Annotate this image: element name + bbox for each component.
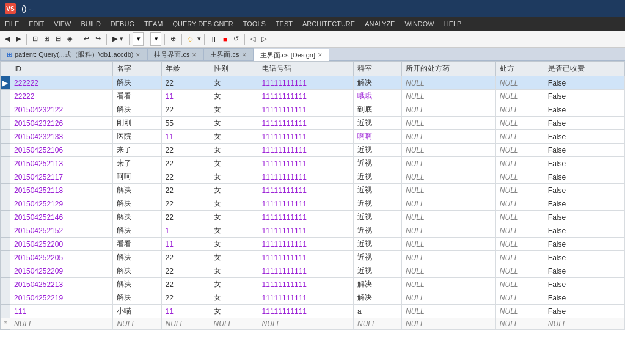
cell-gender[interactable]: 女 (210, 278, 258, 291)
restart-button[interactable]: ↺ (231, 34, 241, 44)
cell-dept[interactable]: 近视 (353, 117, 401, 130)
redo-button[interactable]: ↪ (93, 34, 103, 44)
cell-gender[interactable]: 女 (210, 170, 258, 184)
cell-age[interactable]: 22 (161, 278, 210, 291)
cell-paid[interactable]: False (544, 238, 624, 251)
cell-name[interactable]: 解决 (113, 103, 161, 117)
table-row[interactable]: 201504252213 解决 22 女 11111111111 解决 NULL… (1, 278, 625, 291)
cell-phone[interactable]: 11111111111 (258, 170, 353, 184)
cell-name[interactable]: 解决 (113, 211, 161, 224)
continue-button[interactable]: ▶ ▾ (110, 34, 126, 44)
tab-guahao-close[interactable]: ✕ (192, 52, 197, 58)
table-row[interactable]: ▶ 222222 解决 22 女 11111111111 解决 NULL NUL… (1, 76, 625, 90)
cell-pres[interactable]: NULL (495, 117, 544, 130)
cell-paid[interactable]: False (544, 278, 624, 291)
cell-rx[interactable]: NULL (402, 144, 496, 157)
cell-paid[interactable]: False (544, 76, 624, 90)
cell-pres[interactable]: NULL (495, 305, 544, 318)
new-cell-name[interactable]: NULL (113, 318, 161, 330)
cell-name[interactable]: 小喵 (113, 305, 161, 318)
cell-name[interactable]: 解决 (113, 264, 161, 278)
cell-paid[interactable]: False (544, 117, 624, 130)
cell-age[interactable]: 11 (161, 130, 210, 144)
cell-id[interactable]: 201504252146 (10, 211, 113, 224)
cell-name[interactable]: 解决 (113, 184, 161, 197)
cell-dept[interactable]: 近视 (353, 211, 401, 224)
cell-pres[interactable]: NULL (495, 90, 544, 103)
toolbar-btn-4[interactable]: ◈ (65, 34, 75, 44)
cell-pres[interactable]: NULL (495, 157, 544, 170)
table-row[interactable]: 201504252113 来了 22 女 11111111111 近视 NULL… (1, 157, 625, 170)
cell-age[interactable]: 22 (161, 170, 210, 184)
debug-dropdown[interactable]: ▾ (133, 32, 144, 46)
cell-name[interactable]: 解决 (113, 76, 161, 90)
cell-name[interactable]: 医院 (113, 130, 161, 144)
cell-phone[interactable]: 11111111111 (258, 184, 353, 197)
cell-id[interactable]: 201504252152 (10, 224, 113, 238)
cell-dept[interactable]: 近视 (353, 264, 401, 278)
toolbar-btn-1[interactable]: ⊡ (30, 34, 40, 44)
cell-rx[interactable]: NULL (402, 117, 496, 130)
cell-dept[interactable]: 解决 (353, 278, 401, 291)
cell-id[interactable]: 201504252209 (10, 264, 113, 278)
cell-id[interactable]: 22222 (10, 90, 113, 103)
toolbar-btn-2[interactable]: ⊞ (42, 34, 52, 44)
cell-dept[interactable]: 啊啊 (353, 130, 401, 144)
cell-name[interactable]: 解决 (113, 278, 161, 291)
cell-id[interactable]: 201504252118 (10, 184, 113, 197)
cell-gender[interactable]: 女 (210, 76, 258, 90)
menu-team[interactable]: TEAM (139, 17, 168, 31)
cell-dept[interactable]: 近视 (353, 197, 401, 211)
cell-phone[interactable]: 11111111111 (258, 224, 353, 238)
table-row[interactable]: 201504252129 解决 22 女 11111111111 近视 NULL… (1, 197, 625, 211)
cell-rx[interactable]: NULL (402, 130, 496, 144)
menu-file[interactable]: FILE (0, 17, 24, 31)
table-row[interactable]: 111 小喵 11 女 11111111111 a NULL NULL Fals… (1, 305, 625, 318)
cell-pres[interactable]: NULL (495, 103, 544, 117)
cell-dept[interactable]: 解决 (353, 76, 401, 90)
cell-dept[interactable]: 哦哦 (353, 90, 401, 103)
cell-gender[interactable]: 女 (210, 144, 258, 157)
cell-paid[interactable]: False (544, 103, 624, 117)
cell-gender[interactable]: 女 (210, 90, 258, 103)
cell-gender[interactable]: 女 (210, 184, 258, 197)
cell-id[interactable]: 201504252213 (10, 278, 113, 291)
cell-id[interactable]: 201504252117 (10, 170, 113, 184)
new-cell-rx[interactable]: NULL (402, 318, 496, 330)
cell-gender[interactable]: 女 (210, 251, 258, 264)
cell-paid[interactable]: False (544, 211, 624, 224)
cell-dept[interactable]: 解决 (353, 291, 401, 305)
cell-gender[interactable]: 女 (210, 130, 258, 144)
cell-paid[interactable]: False (544, 184, 624, 197)
cell-gender[interactable]: 女 (210, 238, 258, 251)
cell-gender[interactable]: 女 (210, 291, 258, 305)
cell-id[interactable]: 222222 (10, 76, 113, 90)
cell-id[interactable]: 201504252106 (10, 144, 113, 157)
table-row[interactable]: 201504232122 解决 22 女 11111111111 到底 NULL… (1, 103, 625, 117)
table-row[interactable]: 201504252117 呵呵 22 女 11111111111 近视 NULL… (1, 170, 625, 184)
menu-analyze[interactable]: ANALYZE (360, 17, 400, 31)
table-row[interactable]: 201504252106 来了 22 女 11111111111 近视 NULL… (1, 144, 625, 157)
cell-rx[interactable]: NULL (402, 170, 496, 184)
cell-rx[interactable]: NULL (402, 264, 496, 278)
cell-pres[interactable]: NULL (495, 291, 544, 305)
cell-age[interactable]: 22 (161, 103, 210, 117)
table-row[interactable]: 201504252152 解决 1 女 11111111111 近视 NULL … (1, 224, 625, 238)
cell-phone[interactable]: 11111111111 (258, 157, 353, 170)
cell-age[interactable]: 22 (161, 197, 210, 211)
cell-paid[interactable]: False (544, 197, 624, 211)
nav-forward-button[interactable]: ▷ (259, 34, 269, 44)
cell-age[interactable]: 22 (161, 157, 210, 170)
cell-rx[interactable]: NULL (402, 291, 496, 305)
cell-gender[interactable]: 女 (210, 197, 258, 211)
cell-paid[interactable]: False (544, 251, 624, 264)
cell-pres[interactable]: NULL (495, 144, 544, 157)
cell-rx[interactable]: NULL (402, 90, 496, 103)
menu-architecture[interactable]: ARCHITECTURE (298, 17, 360, 31)
table-row[interactable]: 201504232126 刚刚 55 女 11111111111 近视 NULL… (1, 117, 625, 130)
tab-main-design[interactable]: 主界面.cs [Design] ✕ (254, 49, 329, 61)
tab-query[interactable]: ⊞ patient: Query(...式（眼科）\db1.accdb) ✕ (0, 48, 147, 60)
cell-dept[interactable]: 近视 (353, 157, 401, 170)
cell-pres[interactable]: NULL (495, 251, 544, 264)
cell-phone[interactable]: 11111111111 (258, 90, 353, 103)
